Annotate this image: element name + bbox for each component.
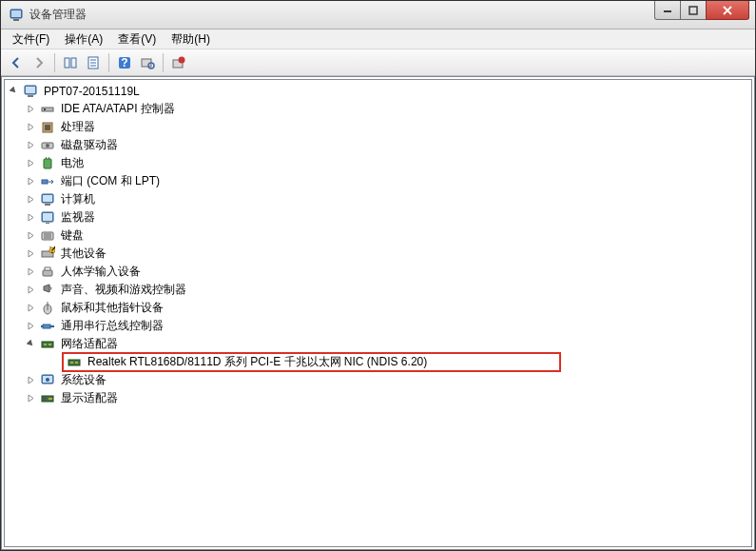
device-category-icon bbox=[40, 138, 55, 153]
tree-root[interactable]: PPT07-20151119L bbox=[9, 82, 751, 100]
svg-rect-28 bbox=[48, 157, 49, 159]
svg-rect-4 bbox=[689, 7, 697, 14]
toolbar-separator bbox=[108, 53, 109, 72]
expand-icon[interactable] bbox=[26, 266, 36, 277]
tree-device-label: Realtek RTL8168D/8111D 系列 PCI-E 千兆以太网 NI… bbox=[86, 353, 429, 371]
tree-root-label: PPT07-20151119L bbox=[42, 84, 142, 99]
device-tree[interactable]: PPT07-20151119L IDE ATA/ATAPI 控制器处理器磁盘驱动… bbox=[4, 79, 752, 547]
svg-rect-46 bbox=[43, 325, 50, 328]
tree-device-item[interactable]: Realtek RTL8168D/8111D 系列 PCI-E 千兆以太网 NI… bbox=[9, 353, 751, 371]
tree-item-label: IDE ATA/ATAPI 控制器 bbox=[59, 100, 177, 118]
device-category-icon bbox=[40, 174, 55, 189]
expand-icon[interactable] bbox=[26, 321, 36, 331]
tree-item-label: 监视器 bbox=[59, 208, 97, 226]
tree-category[interactable]: 鼠标和其他指针设备 bbox=[9, 299, 751, 317]
svg-rect-47 bbox=[41, 325, 43, 327]
device-category-icon bbox=[40, 391, 55, 406]
svg-rect-51 bbox=[68, 360, 80, 365]
tree-item-label: 其他设备 bbox=[59, 245, 108, 263]
tree-category[interactable]: 监视器 bbox=[9, 208, 751, 226]
expand-icon[interactable] bbox=[26, 122, 36, 132]
expand-icon[interactable] bbox=[26, 158, 36, 168]
toolbar: ? bbox=[1, 49, 755, 76]
device-category-icon bbox=[40, 337, 55, 352]
expand-icon[interactable] bbox=[26, 375, 36, 385]
window-title: 设备管理器 bbox=[29, 7, 655, 23]
tree-category[interactable]: 显示适配器 bbox=[9, 389, 751, 407]
menu-action[interactable]: 操作(A) bbox=[57, 30, 110, 49]
device-category-icon bbox=[40, 210, 55, 226]
svg-rect-32 bbox=[45, 204, 50, 206]
expand-icon[interactable] bbox=[26, 393, 36, 403]
tree-category[interactable]: ?其他设备 bbox=[9, 245, 751, 263]
svg-rect-34 bbox=[43, 213, 52, 221]
computer-icon bbox=[23, 84, 38, 99]
tree-category[interactable]: 声音、视频和游戏控制器 bbox=[9, 281, 751, 299]
update-driver-button[interactable] bbox=[167, 51, 190, 74]
expand-icon[interactable] bbox=[26, 230, 36, 241]
tree-category[interactable]: 磁盘驱动器 bbox=[9, 136, 751, 154]
svg-rect-6 bbox=[71, 58, 76, 68]
tree-category[interactable]: 处理器 bbox=[9, 118, 751, 136]
tree-category[interactable]: 计算机 bbox=[9, 190, 751, 208]
svg-rect-43 bbox=[43, 270, 52, 276]
svg-rect-53 bbox=[75, 362, 78, 364]
tree-item-label: 端口 (COM 和 LPT) bbox=[59, 172, 162, 190]
properties-button[interactable] bbox=[82, 51, 105, 74]
device-category-icon bbox=[40, 228, 55, 244]
minimize-button[interactable] bbox=[654, 1, 681, 20]
svg-text:?: ? bbox=[49, 246, 55, 256]
expand-icon[interactable] bbox=[26, 339, 36, 349]
scan-hardware-button[interactable] bbox=[136, 51, 159, 74]
menu-file[interactable]: 文件(F) bbox=[5, 30, 57, 49]
tree-category[interactable]: 人体学输入设备 bbox=[9, 263, 751, 281]
svg-rect-31 bbox=[43, 195, 52, 202]
device-category-icon bbox=[40, 373, 55, 388]
device-category-icon bbox=[40, 156, 55, 171]
help-button[interactable]: ? bbox=[113, 51, 136, 74]
tree-item-label: 通用串行总线控制器 bbox=[59, 317, 165, 335]
tree-category[interactable]: 端口 (COM 和 LPT) bbox=[9, 172, 751, 190]
tree-category[interactable]: 键盘 bbox=[9, 226, 751, 245]
device-category-icon bbox=[40, 319, 55, 334]
tree-item-label: 网络适配器 bbox=[59, 335, 120, 353]
back-button[interactable] bbox=[5, 51, 28, 74]
tree-category[interactable]: 系统设备 bbox=[9, 371, 751, 389]
device-category-icon bbox=[40, 102, 55, 117]
device-category-icon bbox=[40, 265, 55, 280]
svg-rect-2 bbox=[13, 19, 19, 21]
forward-button[interactable] bbox=[28, 51, 50, 74]
tree-category[interactable]: 电池 bbox=[9, 154, 751, 172]
tree-category[interactable]: IDE ATA/ATAPI 控制器 bbox=[9, 100, 751, 118]
svg-rect-58 bbox=[43, 397, 47, 401]
svg-rect-35 bbox=[46, 223, 49, 224]
svg-point-25 bbox=[46, 144, 49, 148]
svg-point-16 bbox=[179, 56, 185, 63]
svg-rect-1 bbox=[11, 10, 21, 17]
content-frame: PPT07-20151119L IDE ATA/ATAPI 控制器处理器磁盘驱动… bbox=[1, 76, 755, 550]
expand-icon[interactable] bbox=[26, 140, 36, 150]
expand-icon[interactable] bbox=[26, 212, 36, 223]
expand-icon[interactable] bbox=[26, 194, 36, 205]
tree-item-label: 磁盘驱动器 bbox=[59, 136, 120, 154]
expand-icon[interactable] bbox=[26, 303, 36, 313]
device-category-icon bbox=[40, 120, 55, 135]
close-button[interactable] bbox=[706, 1, 749, 20]
menu-view[interactable]: 查看(V) bbox=[110, 30, 164, 49]
show-hide-console-button[interactable] bbox=[59, 51, 82, 74]
svg-rect-49 bbox=[44, 344, 47, 345]
svg-rect-29 bbox=[42, 180, 48, 184]
toolbar-separator bbox=[54, 53, 55, 72]
menu-help[interactable]: 帮助(H) bbox=[164, 30, 218, 49]
expand-icon[interactable] bbox=[9, 86, 19, 96]
expand-icon[interactable] bbox=[26, 285, 36, 295]
tree-category[interactable]: 通用串行总线控制器 bbox=[9, 317, 751, 335]
app-icon bbox=[9, 8, 24, 23]
maximize-button[interactable] bbox=[680, 1, 707, 20]
expand-icon[interactable] bbox=[26, 248, 36, 259]
expand-icon[interactable] bbox=[26, 176, 36, 187]
svg-rect-20 bbox=[42, 108, 53, 111]
tree-category[interactable]: 网络适配器 bbox=[9, 335, 751, 353]
svg-rect-21 bbox=[44, 108, 46, 110]
expand-icon[interactable] bbox=[26, 104, 36, 114]
